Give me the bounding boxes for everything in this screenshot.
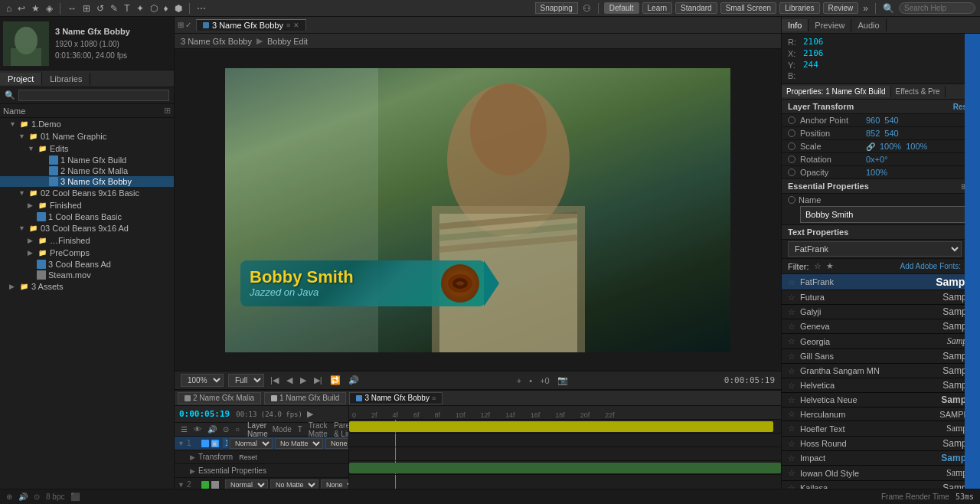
tl-play-btn[interactable]: ▶	[305, 409, 315, 419]
font-star-icon[interactable]: ☆	[788, 293, 795, 303]
font-row-galyji[interactable]: ☆ Galyji Sample	[782, 305, 980, 319]
quality-select[interactable]: Full	[228, 374, 264, 387]
font-star-icon[interactable]: ☆	[788, 352, 795, 362]
tool9[interactable]: ⬢	[173, 3, 184, 14]
font-star-icon[interactable]: ☆	[788, 336, 795, 346]
prop-stopwatch-icon[interactable]	[788, 142, 795, 150]
tab-libraries[interactable]: Libraries	[42, 73, 90, 85]
filter-star-icon[interactable]: ☆	[814, 261, 822, 271]
tl-tab-menu[interactable]: ≡	[432, 394, 436, 402]
workspace-review[interactable]: Review	[823, 2, 859, 14]
tool2[interactable]: ⊞	[81, 3, 92, 14]
font-row-hoss-round[interactable]: ☆ Hoss Round Sample	[782, 437, 980, 451]
tree-item-cool-beans-9x16[interactable]: ▼ 📁 03 Cool Beans 9x16 Ad	[0, 222, 174, 234]
tree-item-cool-beans-ad[interactable]: 3 Cool Beans Ad	[0, 259, 174, 270]
workspace-learn[interactable]: Learn	[642, 2, 673, 14]
arrow-icon[interactable]: ↩	[16, 3, 27, 14]
tool4[interactable]: ✎	[109, 3, 119, 14]
tree-item-cool-beans-basic[interactable]: ▼ 📁 02 Cool Beans 9x16 Basic	[0, 187, 174, 199]
name-input[interactable]	[800, 206, 980, 223]
prop-position-x[interactable]: 852	[866, 129, 880, 138]
prop-stopwatch-icon[interactable]	[788, 116, 795, 124]
loop-icon[interactable]: 🔁	[328, 375, 342, 385]
workspace-small-screen[interactable]: Small Screen	[720, 2, 776, 14]
font-star-icon[interactable]: ☆	[788, 322, 795, 332]
font-star-icon[interactable]: ☆	[788, 409, 795, 419]
tree-item-cool-beans-basic-comp[interactable]: 1 Cool Beans Basic	[0, 211, 174, 222]
tree-item-precomps[interactable]: ▶ 📁 PreComps	[0, 247, 174, 259]
select-icon[interactable]: ◈	[44, 3, 54, 14]
prop-stopwatch-icon[interactable]	[788, 169, 795, 176]
font-star-icon[interactable]: ☆	[788, 381, 795, 391]
layer-sub-essential[interactable]: ▶ Essential Properties	[175, 464, 348, 478]
tree-item-1demo[interactable]: ▼ 📁 1.Demo	[0, 118, 174, 130]
close-tab-icon[interactable]: ✕	[293, 21, 299, 29]
comp-grid-icon[interactable]: ⊞	[178, 21, 184, 29]
layer-name[interactable]: 1 Name Gfx Build	[223, 438, 227, 448]
font-star-icon[interactable]: ☆	[788, 395, 795, 405]
font-row-georgia[interactable]: ☆ Georgia Sample	[782, 334, 980, 349]
status-icon2[interactable]: 🔊	[18, 493, 28, 501]
tl-tab-build[interactable]: 1 Name Gfx Build	[264, 392, 346, 404]
tool8[interactable]: ♦	[162, 3, 170, 14]
tab-audio[interactable]: Audio	[851, 19, 886, 31]
prop-position-y[interactable]: 540	[884, 129, 898, 138]
snapping-button[interactable]: Snapping	[535, 2, 578, 14]
tree-item-finished[interactable]: ▶ 📁 Finished	[0, 199, 174, 211]
status-render-icon[interactable]: ⬛	[70, 493, 80, 501]
prop-stopwatch-icon[interactable]	[788, 129, 795, 137]
font-row-impact[interactable]: ☆ Impact Sample	[782, 451, 980, 466]
font-row-hoefler[interactable]: ☆ Hoefler Text Sample	[782, 421, 980, 437]
tree-item-name-gfx-malla[interactable]: 2 Name Gfx Malla	[0, 165, 174, 176]
font-row-iowan[interactable]: ☆ Iowan Old Style Sample	[782, 466, 980, 481]
prop-rotation-value[interactable]: 0x+0°	[866, 155, 888, 164]
layer-parent-link[interactable]: None	[325, 438, 349, 449]
tree-item-name-gfx-build[interactable]: 1 Name Gfx Build	[0, 155, 174, 165]
layer-track-matte[interactable]: No Matte	[270, 479, 318, 489]
layer-sub-transform[interactable]: ▶ Transform Reset	[175, 450, 348, 464]
search-help-input[interactable]	[899, 2, 975, 14]
layer-track-matte[interactable]: No Matte	[275, 438, 323, 449]
search-icon[interactable]: 🔍	[881, 3, 896, 14]
zoom-select[interactable]: 100%	[181, 374, 224, 387]
star-icon[interactable]: ★	[30, 3, 41, 14]
layer-expand-icon[interactable]: ▼	[178, 481, 185, 489]
font-star-icon[interactable]: ☆	[788, 483, 795, 489]
comp-tab-bobby[interactable]: 3 Name Gfx Bobby ≡ ✕	[196, 19, 306, 31]
tree-item-name-gfx-bobby[interactable]: 3 Name Gfx Bobby	[0, 176, 174, 187]
font-star-icon[interactable]: ☆	[788, 366, 795, 376]
font-row-geneva[interactable]: ☆ Geneva Sample	[782, 319, 980, 334]
prop-scale-x[interactable]: 100%	[880, 142, 901, 151]
tool3[interactable]: ↺	[95, 3, 106, 14]
add-adobe-fonts-btn[interactable]: Add Adobe Fonts:	[900, 262, 961, 270]
breadcrumb-parent[interactable]: 3 Name Gfx Bobby	[181, 37, 252, 46]
tree-item-steam[interactable]: Steam.mov	[0, 270, 174, 280]
font-star-icon[interactable]: ☆	[788, 277, 795, 287]
status-icon1[interactable]: ⊕	[6, 493, 12, 501]
th-icon1[interactable]: ☰	[179, 425, 189, 434]
font-row-kailasa[interactable]: ☆ Kailasa Sample	[782, 481, 980, 489]
tree-item-edits[interactable]: ▼ 📁 Edits	[0, 142, 174, 155]
prop-opacity-value[interactable]: 100%	[866, 168, 887, 177]
prop-tab-properties[interactable]: Properties: 1 Name Gfx Build	[782, 86, 891, 97]
font-row-gill-sans[interactable]: ☆ Gill Sans Sample	[782, 349, 980, 364]
play-next-icon[interactable]: ▶|	[312, 375, 324, 385]
tool7[interactable]: ⬡	[149, 3, 159, 14]
font-star-icon[interactable]: ☆	[788, 468, 795, 478]
plus-icon[interactable]: +	[515, 376, 523, 385]
font-star-icon[interactable]: ☆	[788, 424, 795, 434]
layer-mode-select[interactable]: Normal	[230, 438, 273, 449]
layer-expand-icon[interactable]: ▼	[178, 440, 185, 447]
tree-item-3assets[interactable]: ▶ 📁 3 Assets	[0, 280, 174, 293]
layer-mode-select[interactable]: Normal	[225, 479, 268, 489]
workspace-default[interactable]: Default	[604, 2, 639, 14]
tree-grid-icon[interactable]: ⊞	[164, 106, 171, 116]
font-row-helvetica-neue[interactable]: ☆ Helvetica Neue Sample	[782, 393, 980, 407]
status-icon3[interactable]: ⊙	[34, 493, 40, 501]
font-star-icon[interactable]: ☆	[788, 307, 795, 317]
camera-icon[interactable]: 📷	[556, 375, 570, 385]
reset-btn[interactable]: Reset	[239, 453, 257, 461]
prop-anchor-y[interactable]: 540	[884, 116, 898, 125]
audio-icon[interactable]: 🔊	[347, 375, 361, 385]
font-star-icon[interactable]: ☆	[788, 453, 795, 463]
